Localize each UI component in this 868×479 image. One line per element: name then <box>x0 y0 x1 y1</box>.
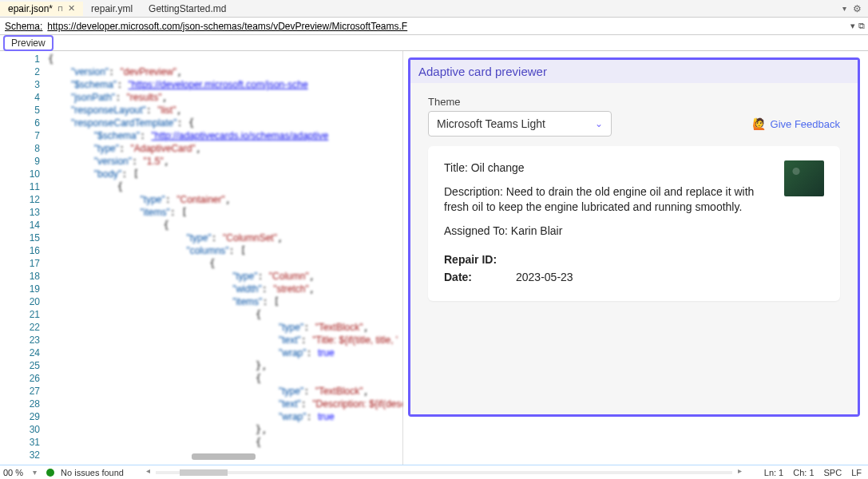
status-bar: 00 % ▾ No issues found ◂ ▸ Ln: 1 Ch: 1 S… <box>0 465 868 479</box>
preview-link[interactable]: Preview <box>3 35 54 51</box>
chevron-down-icon: ⌄ <box>595 118 603 129</box>
schema-bar: Schema: https://developer.microsoft.com/… <box>0 18 868 35</box>
eol-indicator[interactable]: LF <box>851 468 862 477</box>
tab-repair-json[interactable]: epair.json* ⊓ ✕ <box>0 2 83 16</box>
feedback-label: Give Feedback <box>771 118 840 130</box>
scroll-left-icon[interactable]: ◂ <box>143 466 153 475</box>
card-title: Title: Oil change <box>444 160 771 176</box>
card-description: Description: Need to drain the old engin… <box>444 184 771 216</box>
theme-label: Theme <box>428 96 840 108</box>
card-assigned: Assigned To: Karin Blair <box>444 224 771 240</box>
chevron-down-icon[interactable]: ▾ <box>30 468 40 477</box>
fact-repair-id-value <box>516 253 824 266</box>
chevron-down-icon[interactable]: ▾ <box>850 21 855 31</box>
chevron-down-icon[interactable]: ▾ <box>842 4 846 13</box>
tab-label: repair.yml <box>91 3 133 14</box>
theme-value: Microsoft Teams Light <box>437 117 545 130</box>
scroll-right-icon[interactable]: ▸ <box>735 466 745 475</box>
split-icon[interactable]: ⧉ <box>858 21 865 31</box>
card-image <box>784 160 824 196</box>
zoom-level[interactable]: 00 % <box>3 468 23 477</box>
code-editor[interactable]: 1 2 3 4 5 6 7 8 9 10 11 12 13 14 15 16 1… <box>0 51 403 465</box>
tab-strip: epair.json* ⊓ ✕ repair.yml GettingStarte… <box>0 0 868 18</box>
adaptive-card: Title: Oil change Description: Need to d… <box>428 146 840 301</box>
theme-select[interactable]: Microsoft Teams Light ⌄ <box>428 111 612 137</box>
fact-date-value: 2023-05-23 <box>516 271 824 283</box>
schema-label: Schema: <box>0 21 47 32</box>
previewer-wrap: Adaptive card previewer Theme Microsoft … <box>403 51 868 465</box>
horizontal-scroll-thumb[interactable] <box>192 453 256 460</box>
fact-date-label: Date: <box>444 271 516 283</box>
horizontal-scrollbar[interactable]: ◂ ▸ <box>156 468 732 477</box>
tab-getting-started[interactable]: GettingStarted.md <box>141 2 234 16</box>
fact-repair-id-label: Repair ID: <box>444 253 516 266</box>
tab-label: epair.json* <box>8 3 53 14</box>
issues-status[interactable]: No issues found <box>61 468 124 477</box>
line-gutter: 1 2 3 4 5 6 7 8 9 10 11 12 13 14 15 16 1… <box>0 51 45 465</box>
indent-indicator[interactable]: SPC <box>824 468 842 477</box>
person-feedback-icon: 🙋 <box>752 117 766 130</box>
col-indicator[interactable]: Ch: 1 <box>793 468 814 477</box>
line-indicator[interactable]: Ln: 1 <box>764 468 783 477</box>
adaptive-card-previewer: Adaptive card previewer Theme Microsoft … <box>408 57 860 417</box>
give-feedback-link[interactable]: 🙋 Give Feedback <box>752 117 840 130</box>
gear-icon[interactable]: ⚙ <box>853 3 862 14</box>
fact-set: Repair ID: Date: 2023-05-23 <box>444 253 824 283</box>
preview-row: Preview <box>0 35 868 51</box>
previewer-title: Adaptive card previewer <box>410 60 858 83</box>
schema-url[interactable]: https://developer.microsoft.com/json-sch… <box>47 21 847 32</box>
main-split: 1 2 3 4 5 6 7 8 9 10 11 12 13 14 15 16 1… <box>0 51 868 465</box>
tab-label: GettingStarted.md <box>149 3 226 14</box>
theme-section: Theme Microsoft Teams Light ⌄ 🙋 Give Fee… <box>428 96 840 137</box>
close-icon[interactable]: ✕ <box>68 3 75 14</box>
pin-icon[interactable]: ⊓ <box>57 5 63 13</box>
code-content[interactable]: { "version": "devPreview", "$schema": "h… <box>45 51 402 465</box>
previewer-body: Theme Microsoft Teams Light ⌄ 🙋 Give Fee… <box>410 83 858 414</box>
tab-repair-yml[interactable]: repair.yml <box>83 2 141 16</box>
status-ok-icon <box>46 469 54 477</box>
